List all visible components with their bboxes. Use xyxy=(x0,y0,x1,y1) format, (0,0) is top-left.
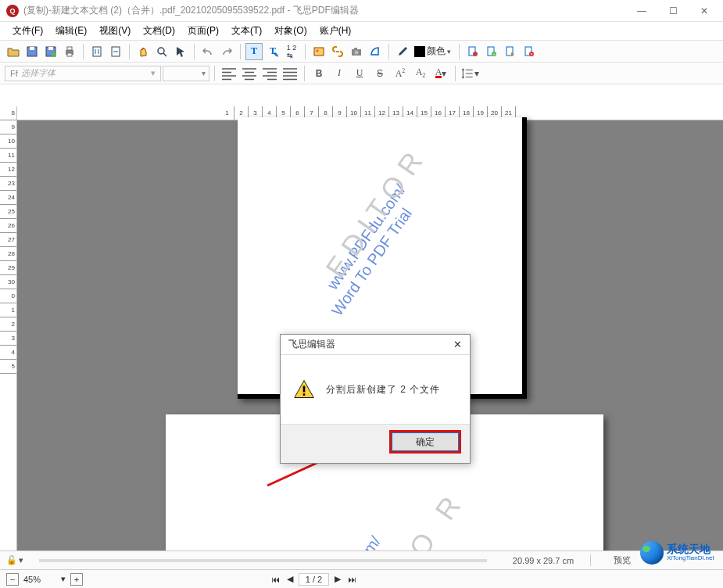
globe-icon xyxy=(640,541,664,565)
watermark-editor-2: T O R xyxy=(380,484,472,550)
save-as-icon[interactable] xyxy=(42,43,59,60)
page-fit-icon[interactable] xyxy=(88,43,106,60)
menu-object[interactable]: 对象(O) xyxy=(268,24,313,38)
message-dialog: 飞思编辑器 ✕ 分割后新创建了 2 个文件 确定 xyxy=(280,334,471,464)
zoom-icon[interactable] xyxy=(153,43,170,60)
link-tool-icon[interactable] xyxy=(329,43,346,60)
arrow-icon[interactable] xyxy=(172,43,189,60)
logo-sub: XiTongTianDi.net xyxy=(667,555,714,562)
save-icon[interactable] xyxy=(23,43,41,60)
text-spacing-icon[interactable]: 1 2↹ xyxy=(283,43,300,60)
redo-icon[interactable] xyxy=(218,43,235,60)
svg-rect-8 xyxy=(93,47,101,56)
zoom-level[interactable]: 45% xyxy=(23,575,56,584)
doc-tool1-icon[interactable] xyxy=(464,43,481,60)
doc-delete-icon[interactable]: × xyxy=(521,43,538,60)
status-bar: 🔓▾ 20.99 x 29.7 cm 预览 xyxy=(0,550,723,569)
font-size-select[interactable]: ▾ xyxy=(163,66,209,81)
doc-add-icon[interactable]: + xyxy=(483,43,500,60)
font-color-icon[interactable]: A▾ xyxy=(431,65,450,82)
align-center-icon[interactable] xyxy=(240,65,259,82)
menu-file[interactable]: 文件(F) xyxy=(6,24,49,38)
svg-line-11 xyxy=(163,53,166,56)
svg-text:×: × xyxy=(531,52,533,56)
svg-rect-1 xyxy=(30,47,34,50)
doc-export-icon[interactable] xyxy=(502,43,519,60)
svg-point-10 xyxy=(158,48,164,54)
menu-document[interactable]: 文档(D) xyxy=(137,24,181,38)
page-dimensions: 20.99 x 29.7 cm xyxy=(496,556,590,565)
text-tool-icon[interactable]: T xyxy=(245,43,263,60)
zoom-out-button[interactable]: − xyxy=(6,573,19,586)
svg-rect-27 xyxy=(303,393,306,396)
close-button[interactable]: ✕ xyxy=(689,1,720,21)
dialog-title: 飞思编辑器 xyxy=(288,338,335,351)
dialog-message: 分割后新创建了 2 个文件 xyxy=(326,383,440,396)
svg-rect-3 xyxy=(48,47,53,50)
maximize-button[interactable]: ☐ xyxy=(657,1,689,21)
svg-rect-7 xyxy=(67,53,72,56)
color-picker[interactable]: 颜色▾ xyxy=(413,45,454,58)
menu-page[interactable]: 页面(P) xyxy=(181,24,225,38)
strikethrough-button[interactable]: S xyxy=(370,65,389,82)
page-width-icon[interactable] xyxy=(107,43,124,60)
open-icon[interactable] xyxy=(5,43,22,60)
camera-icon[interactable] xyxy=(348,43,365,60)
menu-bar: 文件(F) 编辑(E) 视图(V) 文档(D) 页面(P) 文本(T) 对象(O… xyxy=(0,22,723,41)
subscript-button[interactable]: A2 xyxy=(411,65,430,82)
eyedropper-icon[interactable] xyxy=(394,43,411,60)
app-icon: Q xyxy=(6,5,19,17)
svg-point-18 xyxy=(473,52,478,56)
main-toolbar: T T✎ 1 2↹ 颜色▾ + × xyxy=(0,41,723,63)
print-icon[interactable] xyxy=(61,43,78,60)
bold-button[interactable]: B xyxy=(310,65,328,82)
page-indicator[interactable]: 1 / 2 xyxy=(299,573,329,586)
shape-icon[interactable] xyxy=(367,43,384,60)
first-page-button[interactable]: ⏮ xyxy=(270,575,281,584)
next-page-button[interactable]: ▶ xyxy=(332,574,343,584)
dialog-close-button[interactable]: ✕ xyxy=(449,339,465,350)
image-tool-icon[interactable] xyxy=(310,43,327,60)
menu-text[interactable]: 文本(T) xyxy=(225,24,268,38)
warning-icon xyxy=(293,378,315,400)
undo-icon[interactable] xyxy=(199,43,217,60)
hand-icon[interactable] xyxy=(134,43,152,60)
text-edit-icon[interactable]: T✎ xyxy=(264,43,281,60)
svg-rect-6 xyxy=(67,47,72,50)
vertical-ruler: 891011122324252627282930012345 xyxy=(0,106,17,550)
window-title: (复制)-新建文本文档 (2)（合并）.pdf_2021020509553952… xyxy=(23,4,626,17)
align-left-icon[interactable] xyxy=(220,65,238,82)
watermark-text-2: www.PDFdu.com/Word To PDF Trial xyxy=(263,522,415,550)
canvas-area[interactable]: 123456789101112131415161718192021 www.PD… xyxy=(17,106,723,550)
svg-rect-26 xyxy=(303,386,306,393)
title-bar: Q (复制)-新建文本文档 (2)（合并）.pdf_20210205095539… xyxy=(0,0,723,22)
font-toolbar: Ff选择字体▾ ▾ B I U S A2 A2 A▾ ▾ xyxy=(0,63,723,84)
status-track xyxy=(39,559,487,562)
ok-button[interactable]: 确定 xyxy=(392,432,459,451)
zoom-dropdown[interactable]: ▾ xyxy=(61,574,66,584)
menu-view[interactable]: 视图(V) xyxy=(93,24,137,38)
align-justify-icon[interactable] xyxy=(281,65,299,82)
prev-page-button[interactable]: ◀ xyxy=(285,574,295,584)
logo-name: 系统天地 xyxy=(667,543,714,555)
align-right-icon[interactable] xyxy=(260,65,279,82)
menu-edit[interactable]: 编辑(E) xyxy=(49,24,93,38)
last-page-button[interactable]: ⏭ xyxy=(346,575,357,584)
lock-icon[interactable]: 🔓▾ xyxy=(0,555,30,565)
zoom-bar: − 45% ▾ + ⏮ ◀ 1 / 2 ▶ ⏭ xyxy=(0,569,723,588)
minimize-button[interactable]: — xyxy=(626,1,657,21)
workspace: 891011122324252627282930012345 123456789… xyxy=(0,106,723,550)
svg-rect-16 xyxy=(354,48,357,49)
zoom-in-button[interactable]: + xyxy=(70,573,83,586)
underline-button[interactable]: U xyxy=(350,65,369,82)
line-spacing-icon[interactable]: ▾ xyxy=(460,65,479,82)
superscript-button[interactable]: A2 xyxy=(391,65,410,82)
svg-rect-12 xyxy=(314,48,324,56)
menu-account[interactable]: 账户(H) xyxy=(313,24,358,38)
svg-point-15 xyxy=(355,50,359,54)
italic-button[interactable]: I xyxy=(330,65,349,82)
font-family-select[interactable]: Ff选择字体▾ xyxy=(5,66,161,81)
svg-point-4 xyxy=(52,52,56,57)
svg-point-13 xyxy=(317,49,319,52)
svg-text:+: + xyxy=(493,52,496,56)
